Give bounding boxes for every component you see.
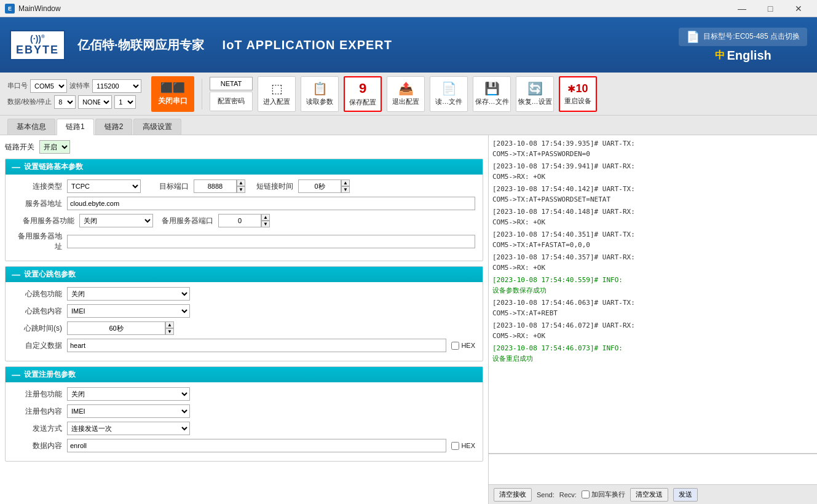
reg-content-select[interactable]: IMEI — [67, 404, 190, 418]
hex-label: HEX — [461, 342, 475, 349]
conn-type-select[interactable]: TCPC — [67, 179, 141, 193]
tab-link1[interactable]: 链路1 — [57, 119, 94, 135]
hex-checkbox[interactable] — [451, 342, 459, 350]
logo-box: (·))® EBYTE — [10, 30, 65, 60]
reg-content-row: 注册包内容 IMEI — [13, 404, 475, 418]
heart-func-row: 心跳包功能 关闭 — [13, 287, 475, 301]
registration-section: — 设置注册包参数 注册包功能 关闭 注册包内容 IMEI 发送方式 — [5, 366, 483, 462]
tabs-bar: 基本信息 链路1 链路2 高级设置 — [0, 116, 817, 135]
restart-button[interactable]: ✱10 重启设备 — [559, 76, 597, 112]
read-file-label: 读…文件 — [435, 97, 462, 106]
target-port-spinbox: ▲ ▼ — [194, 179, 245, 193]
parity-select[interactable]: NONE — [78, 95, 112, 109]
backup-port-input[interactable] — [218, 214, 261, 227]
short-conn-up[interactable]: ▲ — [341, 179, 350, 186]
send-button[interactable]: 发送 — [673, 488, 698, 502]
backup-func-select[interactable]: 关闭 — [79, 214, 153, 227]
tab-link2[interactable]: 链路2 — [95, 119, 133, 135]
minimize-button[interactable]: — — [728, 0, 756, 17]
log-input-area — [489, 454, 817, 484]
baud-rate-label: 波特率 — [69, 81, 90, 90]
log-entry: [2023-10-08 17:54:46.072]# UART-RX: COM5… — [492, 321, 813, 341]
save-config-button[interactable]: 9 保存配置 — [344, 76, 382, 112]
target-port-down[interactable]: ▼ — [237, 186, 245, 193]
heart-content-select[interactable]: IMEI — [67, 304, 190, 318]
backup-port-spinbox: ▲ ▼ — [218, 214, 270, 227]
exit-config-button[interactable]: 📤 退出配置 — [387, 76, 425, 112]
data-format-label: 数据/校验/停止 — [7, 97, 52, 106]
data-content-input[interactable] — [67, 439, 446, 452]
window-title: MainWindow — [18, 4, 728, 13]
conn-type-label: 连接类型 — [13, 181, 62, 192]
close-button[interactable]: ✕ — [785, 0, 812, 17]
target-port-up[interactable]: ▲ — [237, 179, 245, 186]
backup-func-label: 备用服务器功能 — [13, 216, 74, 226]
language-button[interactable]: 中 English — [715, 49, 772, 63]
clear-send-button[interactable]: 清空发送 — [630, 488, 668, 502]
registration-header: — 设置注册包参数 — [6, 367, 483, 382]
newline-label: 加回车换行 — [591, 490, 625, 499]
server-addr-input[interactable] — [67, 197, 475, 210]
heart-content-label: 心跳包内容 — [13, 306, 62, 317]
log-entry: [2023-10-08 17:54:40.357]# UART-RX: COM5… — [492, 253, 813, 273]
config-pwd-button[interactable]: 配置密码 — [210, 92, 253, 111]
newline-checkbox[interactable] — [582, 490, 590, 498]
exit-config-label: 退出配置 — [392, 97, 419, 106]
enter-config-button[interactable]: ⬚ 进入配置 — [258, 76, 296, 112]
short-conn-spinbox: ▲ ▼ — [298, 179, 350, 193]
reg-hex-checkbox[interactable] — [451, 442, 459, 450]
restore-button[interactable]: 🔄 恢复…设置 — [516, 76, 554, 112]
close-port-label: 关闭串口 — [158, 96, 187, 106]
divider-1 — [202, 79, 202, 109]
tab-basic-info[interactable]: 基本信息 — [7, 119, 55, 135]
log-entry: [2023-10-08 17:54:40.351]# UART-TX: COM5… — [492, 230, 813, 250]
heart-func-select[interactable]: 关闭 — [67, 287, 190, 301]
restore-icon: 🔄 — [527, 81, 543, 96]
heart-time-input[interactable] — [67, 321, 165, 335]
backup-port-down[interactable]: ▼ — [261, 221, 270, 227]
reg-content-label: 注册包内容 — [13, 406, 62, 417]
app-icon: E — [5, 4, 15, 14]
heart-time-up[interactable]: ▲ — [165, 321, 174, 328]
log-entry: [2023-10-08 17:54:40.148]# UART-RX: COM5… — [492, 207, 813, 227]
data-bits-select[interactable]: 8 — [54, 95, 76, 109]
short-conn-label: 短链接时间 — [250, 181, 293, 192]
backup-func-row: 备用服务器功能 关闭 备用服务器端口 ▲ ▼ — [13, 214, 475, 227]
short-conn-down[interactable]: ▼ — [341, 186, 350, 193]
backup-port-label: 备用服务器端口 — [158, 216, 213, 226]
basic-params-header: — 设置链路基本参数 — [6, 159, 483, 175]
chain-switch-select[interactable]: 开启 — [39, 140, 70, 154]
send-mode-row: 发送方式 连接发送一次 — [13, 422, 475, 435]
target-model-btn[interactable]: 📄 目标型号:EC05-485 点击切换 — [679, 28, 807, 46]
stop-bits-select[interactable]: 1 — [114, 95, 136, 109]
read-params-button[interactable]: 📋 读取参数 — [301, 76, 339, 112]
backup-addr-input[interactable] — [67, 235, 475, 248]
read-params-label: 读取参数 — [306, 97, 333, 106]
read-file-button[interactable]: 📄 读…文件 — [430, 76, 468, 112]
send-mode-select[interactable]: 连接发送一次 — [67, 422, 190, 435]
serial-port-group: 串口号 COM5 波特率 115200 数据/校验/停止 8 NONE 1 — [7, 79, 141, 109]
logo-ebyte-text: EBYTE — [16, 44, 59, 57]
reg-func-select[interactable]: 关闭 — [67, 387, 190, 401]
baud-select[interactable]: 115200 — [92, 79, 141, 93]
lang-text: English — [727, 49, 772, 63]
close-port-button[interactable]: ⬛⬛ 关闭串口 — [151, 76, 194, 112]
data-content-label: 数据内容 — [13, 441, 62, 451]
save-config-label: 保存配置 — [349, 98, 376, 107]
target-port-input[interactable] — [194, 179, 237, 193]
heart-time-spinbox: ▲ ▼ — [67, 321, 174, 335]
heartbeat-section: — 设置心跳包参数 心跳包功能 关闭 心跳包内容 IMEI 心跳时间( — [5, 266, 483, 361]
custom-data-input[interactable] — [67, 339, 446, 352]
heart-time-down[interactable]: ▼ — [165, 328, 174, 335]
short-conn-input[interactable] — [298, 179, 341, 193]
maximize-button[interactable]: □ — [757, 0, 784, 17]
company-name: 亿佰特·物联网应用专家 — [77, 37, 204, 53]
com-select[interactable]: COM5 — [30, 79, 67, 93]
backup-port-up[interactable]: ▲ — [261, 214, 270, 221]
clear-recv-button[interactable]: 清空接收 — [494, 488, 532, 502]
newline-check-label: 加回车换行 — [582, 490, 625, 499]
save-file-button[interactable]: 💾 保存…文件 — [473, 76, 511, 112]
restart-icon: ✱10 — [567, 82, 588, 95]
tab-advanced[interactable]: 高级设置 — [133, 119, 181, 135]
config-pwd-input[interactable] — [210, 77, 253, 90]
